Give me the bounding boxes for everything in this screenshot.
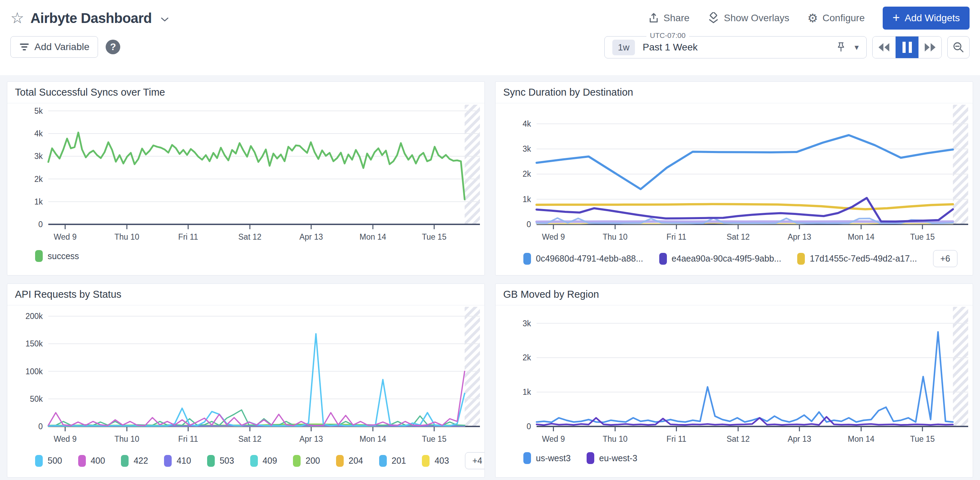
favorite-star-icon[interactable]: ☆	[10, 10, 24, 26]
y-tick-label: 1k	[34, 197, 43, 206]
legend-item-success[interactable]: success	[35, 250, 79, 262]
y-tick-label: 5k	[34, 107, 43, 115]
legend-item-500[interactable]: 500	[35, 455, 62, 467]
legend-color-chip	[35, 455, 43, 467]
legend-color-chip	[35, 250, 43, 262]
add-widgets-button[interactable]: + Add Widgets	[883, 6, 970, 30]
widget-title: API Requests by Status	[7, 284, 484, 305]
series-line-us-west3	[536, 332, 953, 422]
x-tick-label: Sat 12	[727, 434, 750, 443]
legend-item-503[interactable]: 503	[207, 455, 234, 467]
legend-item-422[interactable]: 422	[121, 455, 148, 467]
show-overlays-button[interactable]: Show Overlays	[708, 12, 789, 24]
legend-item-eu-west-3[interactable]: eu-west-3	[587, 452, 637, 464]
legend-item-200[interactable]: 200	[293, 455, 320, 467]
legend-color-chip	[250, 455, 258, 467]
y-tick-label: 2k	[34, 175, 43, 183]
legend-overflow-badge[interactable]: +6	[933, 250, 958, 267]
configure-button[interactable]: ⚙ Configure	[807, 12, 865, 24]
x-tick-label: Tue 15	[422, 232, 447, 241]
pin-icon[interactable]	[837, 42, 845, 53]
share-label: Share	[663, 13, 689, 24]
y-tick-label: 200k	[25, 312, 43, 321]
filter-icon	[19, 42, 30, 52]
time-range-chip[interactable]: 1w	[612, 40, 635, 55]
widget-title: Total Successful Syncs over Time	[7, 82, 484, 103]
chart-canvas-gb-moved[interactable]: 01k2k3kWed 9Thu 10Fri 11Sat 12Apr 13Mon …	[496, 305, 973, 451]
legend-label: 200	[305, 456, 320, 466]
widget-total-successful-syncs: Total Successful Syncs over Time 01k2k3k…	[7, 81, 485, 276]
configure-label: Configure	[822, 13, 865, 24]
timezone-label: UTC-07:00	[646, 31, 689, 40]
series-line-0c49680d-4791-4ebb-a88...	[536, 135, 953, 189]
chevron-down-icon[interactable]: ▾	[854, 42, 859, 52]
page-title: Airbyte Dashboard	[30, 10, 151, 26]
future-time-hatch	[465, 307, 480, 426]
legend-label: 403	[434, 456, 449, 466]
legend-item-us-west3[interactable]: us-west3	[523, 452, 571, 464]
chart-canvas-api-requests[interactable]: 050k100k150k200kWed 9Thu 10Fri 11Sat 12A…	[7, 305, 484, 451]
x-tick-label: Fri 11	[667, 434, 686, 443]
time-forward-button[interactable]	[918, 37, 942, 58]
x-tick-label: Mon 14	[848, 434, 875, 443]
chart-canvas-sync-duration[interactable]: 01k2k3k4kWed 9Thu 10Fri 11Sat 12Apr 13Mo…	[496, 103, 973, 249]
share-button[interactable]: Share	[649, 13, 689, 24]
x-tick-label: Tue 15	[910, 434, 935, 443]
x-tick-label: Mon 14	[360, 232, 387, 241]
y-tick-label: 150k	[25, 339, 43, 348]
x-tick-label: Fri 11	[178, 434, 198, 443]
x-tick-label: Mon 14	[848, 232, 875, 241]
y-tick-label: 0	[38, 220, 43, 229]
x-tick-label: Fri 11	[667, 232, 686, 241]
help-icon[interactable]: ?	[106, 40, 120, 54]
legend-label: 409	[263, 456, 277, 466]
x-tick-label: Fri 11	[178, 232, 198, 241]
y-tick-label: 1k	[523, 388, 531, 397]
chart-canvas-total-successful-syncs[interactable]: 01k2k3k4k5kWed 9Thu 10Fri 11Sat 12Apr 13…	[7, 103, 484, 249]
time-range-label: Past 1 Week	[643, 42, 697, 53]
future-time-hatch	[953, 307, 968, 426]
dashboard-grid: Total Successful Syncs over Time 01k2k3k…	[0, 75, 980, 480]
legend-item-e4aea90a-90ca-49f5-9abb...[interactable]: e4aea90a-90ca-49f5-9abb...	[659, 253, 781, 265]
y-tick-label: 2k	[523, 353, 531, 362]
legend-label: 201	[391, 456, 406, 466]
legend-item-204[interactable]: 204	[336, 455, 363, 467]
legend-color-chip	[78, 455, 86, 467]
y-tick-label: 2k	[523, 169, 531, 179]
title-chevron-down-icon[interactable]	[160, 17, 169, 22]
share-icon	[649, 13, 659, 24]
x-tick-label: Tue 15	[422, 434, 447, 443]
x-tick-label: Wed 9	[54, 232, 76, 241]
add-variable-button[interactable]: Add Variable	[10, 36, 98, 58]
y-tick-label: 0	[527, 220, 531, 229]
header-controls-row: Add Variable ? UTC-07:00 1w Past 1 Week …	[10, 36, 970, 75]
x-tick-label: Wed 9	[542, 232, 565, 241]
series-line-e4aea90a-90ca-49f5-9abb...	[536, 198, 953, 222]
legend-item-410[interactable]: 410	[164, 455, 191, 467]
legend-label: 503	[220, 456, 234, 466]
y-tick-label: 0	[527, 422, 531, 431]
gear-icon: ⚙	[807, 12, 818, 24]
layers-icon	[708, 12, 719, 24]
zoom-out-button[interactable]	[947, 36, 970, 59]
y-tick-label: 3k	[34, 151, 43, 161]
time-backward-button[interactable]	[873, 37, 896, 58]
legend-overflow-badge[interactable]: +4	[465, 452, 485, 469]
legend-item-0c49680d-4791-4ebb-a88...[interactable]: 0c49680d-4791-4ebb-a88...	[523, 253, 643, 265]
x-tick-label: Thu 10	[603, 232, 628, 241]
x-tick-label: Wed 9	[54, 434, 76, 443]
time-pause-button[interactable]	[896, 37, 918, 58]
rewind-icon	[878, 42, 890, 52]
legend-item-17d1455c-7ed5-49d2-a17...[interactable]: 17d1455c-7ed5-49d2-a17...	[797, 253, 917, 265]
widget-api-requests: API Requests by Status 050k100k150k200kW…	[7, 284, 485, 478]
legend-item-409[interactable]: 409	[250, 455, 277, 467]
plus-icon: +	[892, 11, 900, 24]
x-tick-label: Apr 13	[788, 434, 811, 443]
legend-item-201[interactable]: 201	[379, 455, 406, 467]
legend-item-403[interactable]: 403	[422, 455, 449, 467]
header-actions: Share Show Overlays ⚙ Configure + Add Wi…	[649, 6, 970, 30]
time-range-selector[interactable]: UTC-07:00 1w Past 1 Week ▾	[605, 36, 867, 59]
legend-color-chip	[293, 455, 301, 467]
pause-icon	[902, 42, 912, 53]
legend-item-400[interactable]: 400	[78, 455, 105, 467]
